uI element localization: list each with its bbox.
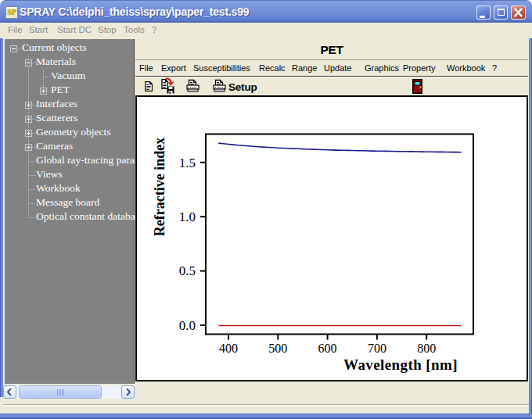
svg-text:0.5: 0.5	[179, 263, 196, 278]
svg-text:600: 600	[318, 342, 337, 355]
svg-text:1.5: 1.5	[179, 156, 196, 170]
svg-text:400: 400	[219, 342, 238, 355]
svg-text:0.0: 0.0	[179, 318, 196, 333]
svg-text:Refractive index: Refractive index	[152, 138, 167, 236]
svg-text:800: 800	[417, 342, 436, 355]
svg-text:Wavelength [nm]: Wavelength [nm]	[343, 356, 458, 373]
svg-text:1.0: 1.0	[179, 210, 196, 224]
svg-text:500: 500	[268, 342, 287, 355]
svg-text:700: 700	[368, 342, 386, 355]
